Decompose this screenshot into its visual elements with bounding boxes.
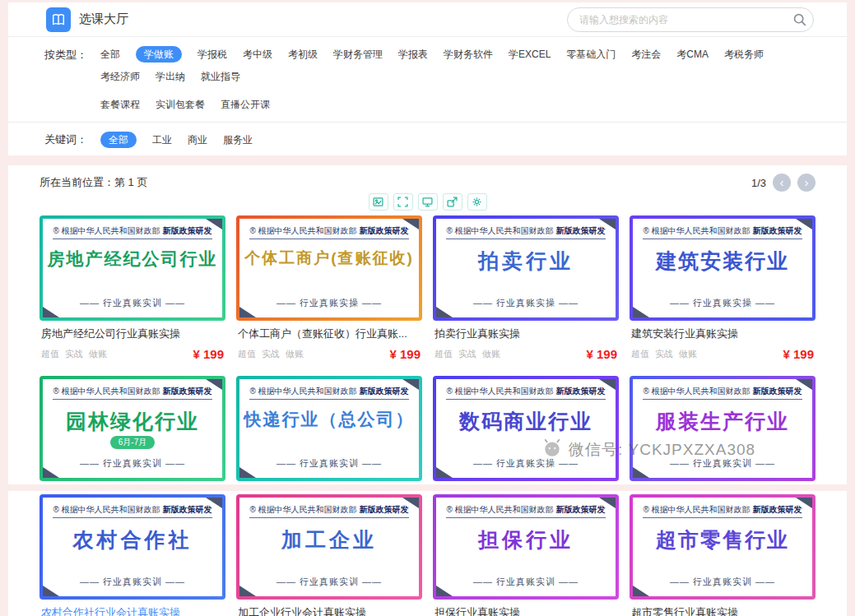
search-icon[interactable] [788,10,810,30]
course-tags: 超值实战做账 [238,348,304,360]
banner-policy-right: 新版政策研发 [753,226,802,235]
course-tag: 超值 [434,348,453,360]
banner-policy-text: ® 根据中华人民共和国财政部新版政策研发 [446,225,605,239]
course-tag: 做账 [482,348,500,360]
banner-policy-text: ® 根据中华人民共和国财政部新版政策研发 [643,225,802,239]
course-banner-title: 加工企业 [281,528,377,552]
filter-type-option[interactable]: 考注会 [631,46,661,63]
filter-type-option[interactable]: 就业指导 [201,68,240,85]
filter-type-option[interactable]: 零基础入门 [566,46,616,63]
course-title-link[interactable]: 建筑安装行业真账实操 [631,327,814,341]
course-banner-title: 数码商业行业 [459,410,592,433]
banner-policy-left: ® 根据中华人民共和国财政部 [446,505,553,514]
banner-policy-right: 新版政策研发 [753,505,802,514]
banner-subtitle: —— 行业真账实训 —— [80,457,185,470]
settings-icon[interactable] [467,193,487,211]
course-title-link[interactable]: 房地产经纪公司行业真账实操 [41,327,224,341]
filter-type-option[interactable]: 考税务师 [724,46,764,63]
filter-type-option[interactable]: 学报表 [398,46,428,63]
type-filter-options: 全部学做账学报税考中级考初级学财务管理学报表学财务软件学EXCEL零基础入门考注… [100,46,811,113]
course-card[interactable]: ® 根据中华人民共和国财政部新版政策研发 农村合作社 —— 行业真账实训 —— … [39,494,225,616]
course-title-link[interactable]: 超市零售行业真账实操 [631,605,814,616]
course-price: ¥ 199 [389,347,421,361]
course-card[interactable]: ® 根据中华人民共和国财政部新版政策研发 个体工商户(查账征收) —— 行业真账… [236,215,422,365]
keyword-filter-bar: 关键词： 全部工业商业服务业 [8,123,847,155]
banner-policy-right: 新版政策研发 [163,226,212,235]
course-meta: 超值实战做账 ¥ 199 [41,346,224,361]
course-card[interactable]: ® 根据中华人民共和国财政部新版政策研发 房地产经纪公司行业 —— 行业真账实训… [39,215,225,365]
course-tag: 实战 [262,348,280,360]
filter-type-option[interactable]: 学财务软件 [444,46,493,63]
course-card[interactable]: ® 根据中华人民共和国财政部新版政策研发 加工企业 —— 行业真账实训 —— 加… [236,494,422,616]
save-icon[interactable] [418,193,438,211]
course-card[interactable]: ® 根据中华人民共和国财政部新版政策研发 服装生产行业 —— 行业真账实训 —— [630,376,816,481]
search-input[interactable] [567,7,814,32]
banner-policy-left: ® 根据中华人民共和国财政部 [53,505,160,514]
prev-page-button[interactable]: ‹ [773,174,791,192]
banner-policy-text: ® 根据中华人民共和国财政部新版政策研发 [643,504,802,518]
fullscreen-icon[interactable] [393,193,413,211]
filter-keyword-option[interactable]: 商业 [188,132,207,148]
course-meta: 超值实战做账 ¥ 199 [434,346,617,361]
page-title: 选课大厅 [79,12,128,27]
filter-type-option[interactable]: 考初级 [288,46,318,63]
filter-type-option[interactable]: 考中级 [243,46,272,63]
course-card[interactable]: ® 根据中华人民共和国财政部新版政策研发 担保行业 —— 行业真账实训 —— 担… [433,494,619,616]
image-icon[interactable] [369,193,388,211]
filter-type-option[interactable]: 学做账 [136,46,182,63]
filter-keyword-option[interactable]: 工业 [152,132,172,148]
course-list-panel: 所在当前位置：第 1 页 1/3 ‹ › ® 根据中华人民共和国财政部新版政策研… [8,165,847,484]
filter-type-option[interactable]: 实训包套餐 [156,96,205,113]
banner-subtitle: —— 行业真账实训 —— [276,457,382,470]
course-title-link[interactable]: 担保行业真账实操 [434,605,617,616]
filter-type-option[interactable]: 考CMA [676,46,709,63]
course-price: ¥ 199 [193,347,224,361]
banner-subtitle: —— 行业真账实操 —— [670,297,775,309]
course-card[interactable]: ® 根据中华人民共和国财政部新版政策研发 拍卖行业 —— 行业真账实操 —— 拍… [433,215,619,365]
course-title-link[interactable]: 农村合作社行业会计真账实操 [41,605,224,616]
filter-type-option[interactable]: 考经济师 [100,68,140,85]
course-card[interactable]: ® 根据中华人民共和国财政部新版政策研发 超市零售行业 —— 行业真账实训 ——… [630,494,816,616]
course-card[interactable]: ® 根据中华人民共和国财政部新版政策研发 数码商业行业 —— 行业真账实操 —— [433,376,619,481]
course-banner: ® 根据中华人民共和国财政部新版政策研发 个体工商户(查账征收) —— 行业真账… [236,215,422,321]
course-card[interactable]: ® 根据中华人民共和国财政部新版政策研发 园林绿化行业 6月-7月 —— 行业真… [39,376,225,481]
course-card[interactable]: ® 根据中华人民共和国财政部新版政策研发 快递行业（总公司） —— 行业真账实训… [236,376,422,481]
banner-policy-right: 新版政策研发 [556,226,606,235]
filter-keyword-option[interactable]: 服务业 [223,132,253,148]
course-banner-title: 服装生产行业 [656,410,789,433]
course-caption: 房地产经纪公司行业真账实操 超值实战做账 ¥ 199 [39,321,225,365]
course-price: ¥ 199 [783,347,814,361]
course-tags: 超值实战做账 [434,348,500,360]
next-page-button[interactable]: › [797,174,816,192]
filter-type-option[interactable]: 学报税 [197,46,227,63]
course-banner: ® 根据中华人民共和国财政部新版政策研发 园林绿化行业 6月-7月 —— 行业真… [39,376,225,481]
course-grid-rows-1-2: ® 根据中华人民共和国财政部新版政策研发 房地产经纪公司行业 —— 行业真账实训… [39,215,816,481]
filter-type-option[interactable]: 学出纳 [156,68,185,85]
course-card[interactable]: ® 根据中华人民共和国财政部新版政策研发 建筑安装行业 —— 行业真账实操 ——… [630,215,816,365]
course-title-link[interactable]: 个体工商户（查账征收）行业真账... [238,327,421,341]
course-banner-title: 园林绿化行业 [66,410,199,433]
filter-keyword-option[interactable]: 全部 [100,132,137,148]
filter-type-option[interactable]: 套餐课程 [100,96,140,113]
export-icon[interactable] [443,193,462,211]
banner-policy-text: ® 根据中华人民共和国财政部新版政策研发 [249,386,408,400]
banner-policy-text: ® 根据中华人民共和国财政部新版政策研发 [53,386,211,400]
banner-subtitle: —— 行业真账实训 —— [473,576,579,588]
course-title-link[interactable]: 加工企业行业会计真账实操 [238,605,421,616]
filter-type-option[interactable]: 学EXCEL [509,46,551,63]
banner-policy-left: ® 根据中华人民共和国财政部 [446,226,553,235]
banner-subtitle: —— 行业真账实训 —— [276,576,382,588]
course-banner: ® 根据中华人民共和国财政部新版政策研发 服装生产行业 —— 行业真账实训 —— [630,376,816,481]
course-banner-title: 超市零售行业 [656,528,789,552]
banner-subtitle: —— 行业真账实操 —— [473,457,579,470]
banner-subtitle: —— 行业真账实训 —— [670,576,775,588]
course-banner: ® 根据中华人民共和国财政部新版政策研发 快递行业（总公司） —— 行业真账实训… [236,376,422,481]
app-logo-book-icon [46,7,71,32]
filter-type-option[interactable]: 直播公开课 [221,96,270,113]
filter-type-option[interactable]: 全部 [100,46,120,63]
banner-subtitle: —— 行业真账实训 —— [80,297,185,309]
course-title-link[interactable]: 拍卖行业真账实操 [434,327,617,341]
course-banner-title: 担保行业 [478,528,574,552]
filter-type-option[interactable]: 学财务管理 [333,46,383,63]
course-tag: 做账 [286,348,304,360]
